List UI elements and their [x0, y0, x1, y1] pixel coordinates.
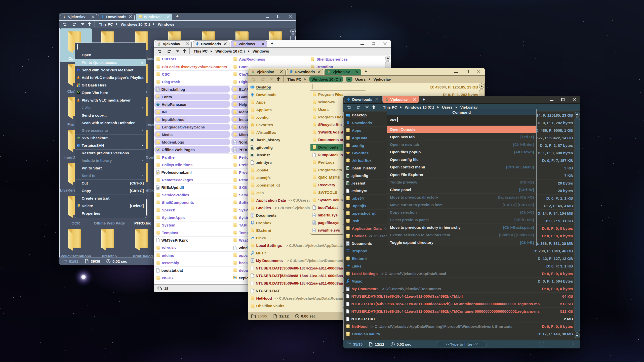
svg-text:A: A [157, 96, 159, 99]
svg-text:?: ? [157, 103, 158, 106]
svg-text:V: V [78, 92, 79, 94]
